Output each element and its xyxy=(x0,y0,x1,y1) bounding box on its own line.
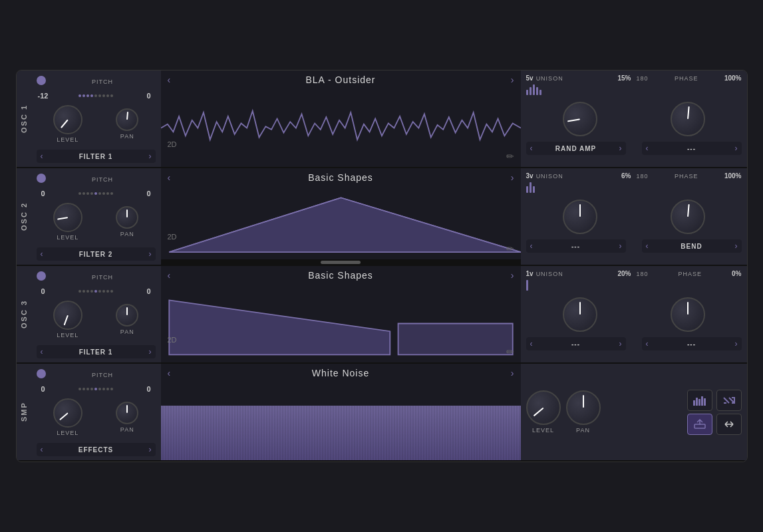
osc3-phase-knob[interactable] xyxy=(671,297,705,332)
smp-pan-knob-r[interactable] xyxy=(566,390,601,425)
osc3-dots xyxy=(53,289,140,294)
osc1-right-panel: 5v UNISON 15% 180 PHASE xyxy=(521,70,747,167)
smp-dots xyxy=(53,386,140,392)
osc2-bend-right[interactable]: › xyxy=(735,241,738,251)
osc1-phase-knob-container xyxy=(671,102,705,136)
osc2-bend-label[interactable]: BEND xyxy=(649,243,735,250)
osc2-phase-pct: 100% xyxy=(724,172,742,180)
osc2-bend-selector: ‹ BEND › xyxy=(642,239,742,253)
osc2-row: OSC 2 PITCH 0 0 xyxy=(17,168,747,266)
osc1-edit-icon[interactable]: ✏ xyxy=(506,151,514,162)
osc1-filter-right[interactable]: › xyxy=(149,152,152,161)
osc1-br-label[interactable]: --- xyxy=(649,145,735,152)
osc3-pitch-right[interactable]: 0 xyxy=(142,287,156,295)
osc3-unison-label: UNISON xyxy=(536,271,563,277)
smp-level-knob[interactable] xyxy=(53,398,82,428)
osc1-pitch-left[interactable]: -12 xyxy=(37,92,50,100)
osc3-level-knob[interactable] xyxy=(53,301,82,330)
osc3-pitch-row: 0 0 xyxy=(37,287,156,295)
osc2-rand-amp-knob[interactable] xyxy=(563,200,597,234)
osc3-unison-section: 1v UNISON 20% xyxy=(526,270,631,292)
smp-shuffle-btn[interactable] xyxy=(716,390,742,411)
smp-level-knob-r[interactable] xyxy=(526,390,561,425)
smp-pan-label-r: PAN xyxy=(576,427,590,434)
osc2-rand-label[interactable]: --- xyxy=(533,243,619,250)
osc1-knobs-row: LEVEL PAN xyxy=(37,102,156,146)
osc2-filter-label[interactable]: FILTER 2 xyxy=(43,251,149,258)
osc2-pitch-left[interactable]: 0 xyxy=(37,190,50,198)
osc1-pan-container: PAN xyxy=(116,108,138,140)
smp-filter-label[interactable]: EFFECTS xyxy=(43,446,149,454)
osc1-rand-amp-label[interactable]: RAND AMP xyxy=(533,145,619,152)
smp-pan-label: PAN xyxy=(120,426,134,433)
osc3-phase-label: PHASE xyxy=(679,271,702,277)
osc2-pan-container: PAN xyxy=(116,206,138,237)
svg-marker-0 xyxy=(169,198,521,252)
osc3-phase-knob-container xyxy=(671,297,705,332)
osc3-level-container: LEVEL xyxy=(53,301,82,338)
smp-pitch-left[interactable]: 0 xyxy=(37,385,50,393)
osc2-circle[interactable] xyxy=(37,174,46,183)
osc2-waveform-next[interactable]: › xyxy=(511,172,514,183)
smp-pitch-row: 0 0 xyxy=(37,385,156,393)
osc1-waveform-display: 2D ✏ xyxy=(161,89,521,167)
osc2-pitch-right[interactable]: 0 xyxy=(142,190,156,198)
osc1-unison-phase-row: 5v UNISON 15% 180 PHASE xyxy=(526,74,742,96)
osc3-pitch-left[interactable]: 0 xyxy=(37,287,50,295)
osc2-phase-knob[interactable] xyxy=(671,200,705,234)
smp-circle[interactable] xyxy=(37,369,46,378)
osc2-edit-icon[interactable]: ✏ xyxy=(506,243,514,254)
osc3-sel-label1[interactable]: --- xyxy=(533,340,619,348)
osc3-filter-right[interactable]: › xyxy=(149,347,152,356)
smp-level-label: LEVEL xyxy=(57,430,78,436)
osc3-sel-right1[interactable]: › xyxy=(619,339,622,348)
osc3-pan-knob[interactable] xyxy=(116,304,138,327)
osc2-level-container: LEVEL xyxy=(53,203,82,241)
svg-marker-1 xyxy=(169,300,390,354)
osc1-pitch-right[interactable]: 0 xyxy=(142,92,156,100)
smp-waveform-next[interactable]: › xyxy=(511,368,514,378)
osc3-phase-section: 180 PHASE 0% xyxy=(637,270,742,292)
osc1-unison-section: 5v UNISON 15% xyxy=(526,74,631,96)
osc1-pan-knob[interactable] xyxy=(116,108,138,131)
osc3-phase-pct: 0% xyxy=(732,270,741,277)
osc1-pitch-label: PITCH xyxy=(50,78,156,85)
osc3-rand-knob[interactable] xyxy=(563,297,597,332)
osc2-level-knob[interactable] xyxy=(53,203,82,232)
smp-export-btn[interactable] xyxy=(687,414,712,435)
osc1-knobs-right xyxy=(526,99,742,139)
osc2-scrollbar-thumb[interactable] xyxy=(321,261,361,264)
svg-rect-4 xyxy=(696,398,698,406)
smp-pan-knob[interactable] xyxy=(116,402,138,424)
osc3-waveform-next[interactable]: › xyxy=(511,270,514,281)
osc3-controls: PITCH 0 0 LEVEL xyxy=(31,266,161,362)
osc3-rand-knob-container xyxy=(563,297,597,332)
osc1-rand-right[interactable]: › xyxy=(619,144,622,153)
osc1-br-right[interactable]: › xyxy=(735,144,738,153)
osc3-circle[interactable] xyxy=(37,271,46,281)
osc2-rand-right[interactable]: › xyxy=(619,241,622,251)
smp-filter-right[interactable]: › xyxy=(149,445,152,454)
osc1-filter-label[interactable]: FILTER 1 xyxy=(43,153,149,160)
osc1-unison-pct: 15% xyxy=(617,74,631,82)
osc2-filter-right[interactable]: › xyxy=(149,249,152,259)
smp-expand-btn[interactable] xyxy=(716,414,742,435)
osc2-pan-knob[interactable] xyxy=(116,206,138,229)
osc1-rand-amp-knob[interactable] xyxy=(563,102,597,136)
osc2-unison-phase-row: 3v UNISON 6% 180 PHASE 100% xyxy=(526,172,742,194)
osc3-edit-icon[interactable]: ✏ xyxy=(506,346,514,357)
osc2-unison-section: 3v UNISON 6% xyxy=(526,172,631,194)
osc3-sel-label2[interactable]: --- xyxy=(649,340,735,348)
osc3-waveform-title: Basic Shapes xyxy=(170,270,511,281)
osc3-waveform-header: ‹ Basic Shapes › xyxy=(161,266,521,285)
osc1-waveform-next[interactable]: › xyxy=(511,74,514,85)
osc3-filter-label[interactable]: FILTER 1 xyxy=(43,348,149,356)
osc1-level-container: LEVEL xyxy=(53,105,82,143)
smp-pitch-right[interactable]: 0 xyxy=(142,385,156,393)
smp-bars-btn[interactable] xyxy=(687,390,712,411)
osc1-level-knob[interactable] xyxy=(53,105,82,134)
osc1-circle[interactable] xyxy=(37,76,46,85)
osc1-phase-knob[interactable] xyxy=(671,102,705,136)
osc1-label: OSC 1 xyxy=(17,70,31,167)
osc3-sel-right2[interactable]: › xyxy=(735,339,738,348)
